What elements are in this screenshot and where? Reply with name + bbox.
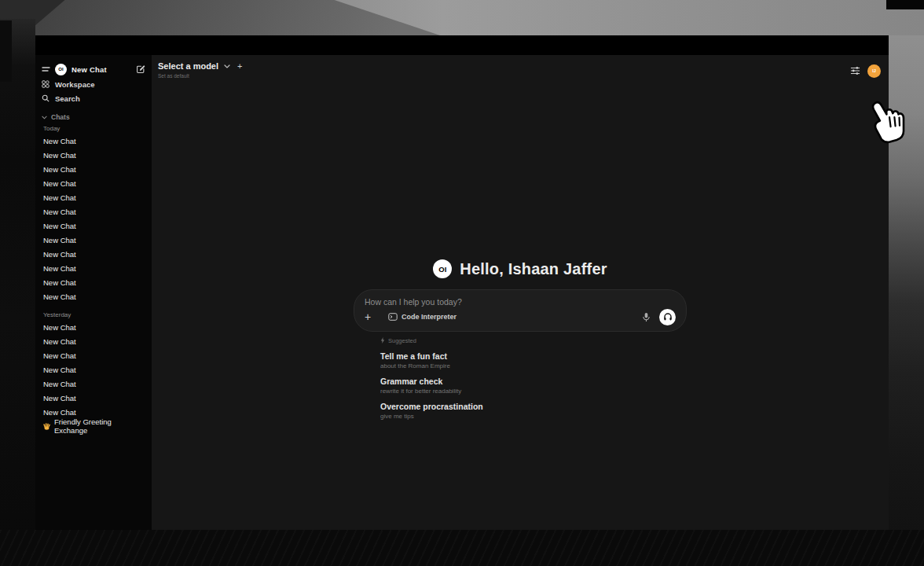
wallpaper-left-shape <box>0 20 12 82</box>
app-logo-large: OI <box>433 259 452 278</box>
chats-section-label: Chats <box>51 113 70 121</box>
search-label: Search <box>55 94 80 103</box>
chat-item-label: New Chat <box>43 165 76 174</box>
chat-item-label: New Chat <box>43 323 76 332</box>
chat-item-label: New Chat <box>43 292 76 301</box>
wallpaper-right <box>889 35 924 530</box>
chat-list-item[interactable]: New Chat <box>42 391 145 405</box>
sidebar: OI New Chat Workspace <box>35 55 152 530</box>
chat-list-item-friendly-greeting[interactable]: Friendly Greeting Exchange <box>42 419 145 433</box>
window-titlebar <box>35 35 889 55</box>
chat-group-label-today: Today <box>42 123 145 134</box>
chat-list-item[interactable]: New Chat <box>42 289 145 303</box>
suggested-prompt-subtitle: give me tips <box>380 413 687 420</box>
sidebar-item-workspace[interactable]: Workspace <box>42 77 145 91</box>
chat-list-item[interactable]: New Chat <box>42 320 145 334</box>
wallpaper-top <box>0 0 924 35</box>
code-interpreter-icon <box>388 313 398 321</box>
suggested-prompt-title: Tell me a fun fact <box>380 351 687 361</box>
chat-list-item[interactable]: New Chat <box>42 162 145 176</box>
app-logo: OI <box>55 64 67 75</box>
chat-list-item[interactable]: New Chat <box>42 334 145 348</box>
chats-section-toggle[interactable]: Chats <box>42 112 145 123</box>
app-window: OI New Chat Workspace <box>35 35 889 530</box>
chat-input-placeholder: How can I help you today? <box>365 297 676 307</box>
suggested-label: Suggested <box>388 337 416 344</box>
workspace-grid-icon <box>42 80 50 88</box>
chat-list-item[interactable]: New Chat <box>42 176 145 190</box>
headphones-icon <box>663 312 673 322</box>
voice-call-button[interactable] <box>659 309 676 325</box>
chat-item-label: New Chat <box>43 380 76 388</box>
chat-list-item[interactable]: New Chat <box>42 377 145 391</box>
suggested-list: Tell me a fun fact about the Roman Empir… <box>380 351 687 420</box>
code-interpreter-label: Code Interpreter <box>402 313 456 321</box>
workspace-label: Workspace <box>55 80 95 89</box>
model-chevron-icon[interactable] <box>224 64 230 68</box>
suggested-prompt-title: Grammar check <box>380 377 687 386</box>
set-as-default-button[interactable]: Set as default <box>158 73 242 79</box>
chat-list-yesterday: New ChatNew ChatNew ChatNew ChatNew Chat… <box>42 320 145 419</box>
chat-item-label: New Chat <box>43 351 76 360</box>
chevron-down-icon <box>42 116 47 119</box>
suggested-prompt-title: Overcome procrastination <box>380 402 687 411</box>
greeting-row: OI Hello, Ishaan Jaffer <box>354 259 687 279</box>
suggested-prompt-subtitle: about the Roman Empire <box>380 362 687 369</box>
chat-item-label: New Chat <box>43 278 76 287</box>
screen: OI New Chat Workspace <box>0 0 924 566</box>
controls-sliders-icon[interactable] <box>850 66 860 75</box>
chat-item-label: New Chat <box>43 394 76 402</box>
wallpaper-bottom <box>0 530 924 566</box>
user-avatar[interactable]: IJ <box>867 64 881 78</box>
bolt-icon <box>380 337 385 344</box>
chat-list-item[interactable]: New Chat <box>42 204 145 219</box>
chat-item-label: New Chat <box>43 250 76 259</box>
suggested-prompt[interactable]: Tell me a fun fact about the Roman Empir… <box>380 351 687 369</box>
wave-emoji-icon <box>43 422 51 430</box>
chat-item-label: New Chat <box>43 337 76 346</box>
chat-list-item[interactable]: New Chat <box>42 134 145 148</box>
chat-item-label: New Chat <box>43 151 76 160</box>
sidebar-item-search[interactable]: Search <box>42 91 145 105</box>
wallpaper-left <box>0 19 35 566</box>
chat-group-label-yesterday: Yesterday <box>42 309 145 320</box>
chat-list-item[interactable]: New Chat <box>42 190 145 204</box>
chat-list-today: New ChatNew ChatNew ChatNew ChatNew Chat… <box>42 134 145 303</box>
main-area: Select a model + Set as default IJ <box>152 55 889 530</box>
model-selector[interactable]: Select a model <box>158 61 218 71</box>
sidebar-title: New Chat <box>72 65 107 74</box>
new-chat-icon[interactable] <box>136 64 145 74</box>
chat-list-item[interactable]: New Chat <box>42 261 145 275</box>
microphone-icon[interactable] <box>642 312 651 322</box>
chat-input-box[interactable]: How can I help you today? + Code Interpr… <box>354 289 687 332</box>
chat-item-label: New Chat <box>43 408 76 417</box>
model-selector-block: Select a model + Set as default <box>158 61 242 79</box>
suggested-prompt[interactable]: Grammar check rewrite it for better read… <box>380 377 687 395</box>
chat-list-item[interactable]: New Chat <box>42 233 145 247</box>
chat-list-item[interactable]: New Chat <box>42 348 145 362</box>
attach-plus-button[interactable]: + <box>365 311 377 322</box>
chat-item-label: Friendly Greeting Exchange <box>54 417 145 435</box>
chat-item-label: New Chat <box>43 179 76 188</box>
chat-list-item[interactable]: New Chat <box>42 275 145 289</box>
chat-item-label: New Chat <box>43 193 76 202</box>
chat-item-label: New Chat <box>43 137 76 145</box>
wallpaper-triangle <box>0 0 440 35</box>
chat-item-label: New Chat <box>43 264 76 273</box>
sidebar-toggle-icon[interactable] <box>42 66 50 72</box>
chat-item-label: New Chat <box>43 222 76 230</box>
chat-list-item[interactable]: New Chat <box>42 148 145 162</box>
chat-item-label: New Chat <box>43 208 76 216</box>
suggested-prompt-subtitle: rewrite it for better readability <box>380 388 687 395</box>
chat-list-item[interactable]: New Chat <box>42 219 145 233</box>
code-interpreter-toggle[interactable]: Code Interpreter <box>388 313 456 321</box>
chat-list-item[interactable]: New Chat <box>42 362 145 377</box>
greeting-text: Hello, Ishaan Jaffer <box>460 260 607 278</box>
suggested-section: Suggested Tell me a fun fact about the R… <box>354 336 687 420</box>
suggested-prompt[interactable]: Overcome procrastination give me tips <box>380 402 687 420</box>
chat-list-item[interactable]: New Chat <box>42 247 145 261</box>
search-icon <box>42 94 50 102</box>
chat-item-label: New Chat <box>43 366 76 374</box>
add-model-button[interactable]: + <box>237 61 242 71</box>
wallpaper-top-right-strip <box>886 0 924 9</box>
